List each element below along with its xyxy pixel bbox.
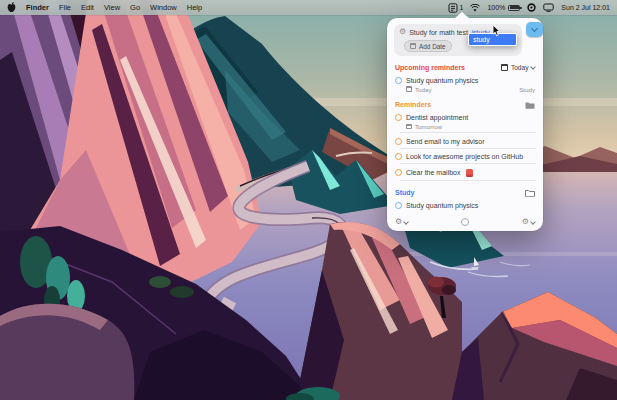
section-study-header: Study [395,189,535,197]
battery-percent: 100% [487,4,505,11]
reminder-meta-row: Tomorrow [406,123,535,130]
reminder-checkbox[interactable] [395,153,402,160]
reminder-checkbox[interactable] [395,114,402,121]
settings-menu-left[interactable]: ⚙ [395,218,408,226]
add-date-label: Add Date [419,43,446,50]
menu-window[interactable]: Window [150,3,177,12]
reminder-checkbox[interactable] [395,202,402,209]
reminder-row[interactable]: Clear the mailbox 📮 [394,165,536,179]
section-reminders-header: Reminders [395,101,535,109]
settings-menu-right[interactable]: ⚙ [522,218,535,226]
display-icon [543,3,554,12]
calendar-icon [406,124,412,130]
divider [400,163,536,164]
menu-view[interactable]: View [104,3,120,12]
chevron-down-icon [531,25,538,32]
menu-bar: Finder File Edit View Go Window Help 1 [0,0,617,15]
folder-icon [525,101,535,109]
reminders-folder-button[interactable] [525,101,535,109]
display-menubar-item[interactable] [543,3,554,12]
reminders-section-title[interactable]: Reminders [395,101,431,108]
folder-icon [525,189,535,197]
reminder-title: Study quantum physics [406,202,478,209]
reminders-popover: ⚙ Study for math test /study Add Date st… [387,18,543,231]
upcoming-title: Upcoming reminders [395,64,465,71]
save-reminder-button[interactable] [526,22,543,37]
reminder-title: Study quantum physics [406,77,478,84]
battery-icon [508,5,520,11]
reminder-title: Send email to my advisor [406,138,485,145]
menu-go[interactable]: Go [130,3,140,12]
menu-help[interactable]: Help [187,3,202,12]
status-circle-menubar-item[interactable] [527,3,536,12]
reminder-row[interactable]: Study quantum physics [394,73,536,86]
reminder-checkbox[interactable] [395,138,402,145]
battery-menubar-item[interactable]: 100% [487,4,520,11]
status-circle-icon [527,3,536,12]
study-section-title[interactable]: Study [395,189,414,196]
popover-bottom-bar: ⚙ ⚙ [395,218,535,226]
reminders-icon [448,3,458,13]
reminder-checkbox[interactable] [395,77,402,84]
reminder-row[interactable]: Look for awesome projects on GitHub [394,150,536,163]
calendar-icon [410,43,416,49]
upcoming-filter-label: Today [511,64,529,71]
gear-icon: ⚙ [522,218,529,226]
divider [400,148,536,149]
popover-arrow [455,12,469,18]
reminder-checkbox[interactable] [395,169,402,176]
menu-file[interactable]: File [59,3,71,12]
apple-logo-icon [7,2,16,13]
gear-icon: ⚙ [395,218,402,226]
reminder-due: Today [415,86,432,93]
reminder-due: Tomorrow [415,123,442,130]
wifi-menubar-item[interactable] [470,4,480,12]
gear-icon: ⚙ [399,28,406,36]
reminder-row[interactable]: Dentist appointment [394,111,536,124]
reminder-row[interactable]: Study quantum physics [394,199,536,212]
chevron-down-icon [403,219,409,225]
upcoming-filter-dropdown[interactable]: Today [501,64,535,71]
reminder-title: Dentist appointment [406,114,468,121]
chevron-down-icon [530,219,536,225]
progress-circle[interactable] [461,218,469,226]
wifi-icon [470,4,480,12]
divider [400,180,536,181]
menu-edit[interactable]: Edit [81,3,94,12]
add-date-button[interactable]: Add Date [404,40,452,52]
calendar-icon [501,64,508,71]
menu-app-name[interactable]: Finder [26,3,49,12]
reminder-title: Look for awesome projects on GitHub [406,153,523,160]
divider [400,132,536,133]
menu-bar-status: 1 100% [448,3,610,13]
new-reminder-text: Study for math test [409,29,468,36]
desktop: Finder File Edit View Go Window Help 1 [0,0,617,400]
mouse-cursor [492,25,500,37]
chevron-down-icon [530,64,536,70]
reminders-badge: 1 [460,4,464,11]
reminder-row[interactable]: Send email to my advisor [394,134,536,147]
reminder-title: Clear the mailbox [406,169,460,176]
mailbox-emoji: 📮 [466,169,473,177]
reminder-list-label: Study [519,86,535,93]
menu-bar-left: Finder File Edit View Go Window Help [7,2,202,13]
section-upcoming-header: Upcoming reminders Today [395,64,535,71]
reminders-menubar-item[interactable]: 1 [448,3,464,13]
study-folder-button[interactable] [525,189,535,197]
menubar-clock[interactable]: Sun 2 Jul 12:01 [561,4,610,11]
reminder-meta-row: Today Study [406,86,535,93]
apple-menu[interactable] [7,2,16,13]
calendar-icon [406,86,412,92]
